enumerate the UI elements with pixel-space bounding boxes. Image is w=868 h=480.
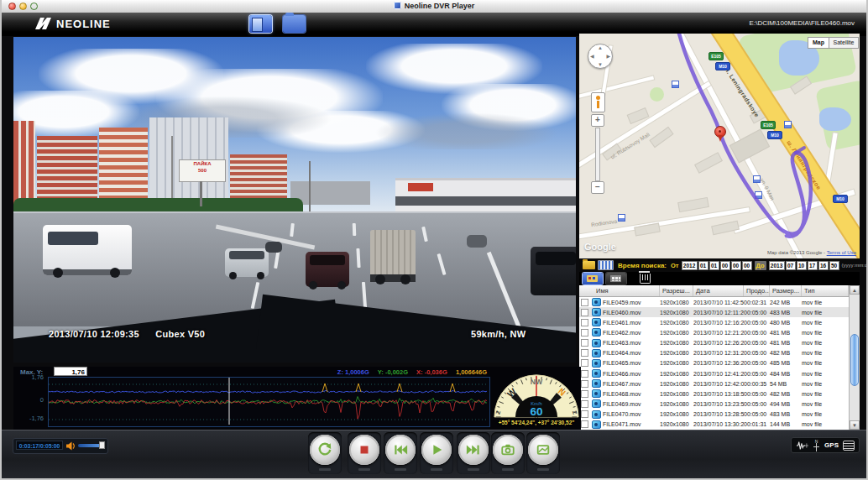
row-checkbox[interactable] <box>581 380 588 388</box>
north-label: N <box>813 439 820 444</box>
file-table-scrollbar[interactable]: ▲ ▼ <box>849 285 860 430</box>
volume-thumb[interactable] <box>99 441 105 449</box>
video-timestamp: 2013/07/10 12:09:35 <box>49 329 139 339</box>
compass-toggle-icon[interactable]: N <box>813 439 820 451</box>
map-marker[interactable] <box>714 126 726 138</box>
pegman-control[interactable] <box>591 92 605 112</box>
search-from-field-4[interactable]: 00 <box>731 261 741 270</box>
video-speed-heading: 59km/h, NW <box>471 329 526 339</box>
zoom-slider[interactable] <box>595 128 600 181</box>
map-type-satellite-button[interactable]: Satellite <box>829 37 859 49</box>
search-from-field-5[interactable]: 00 <box>742 261 752 270</box>
column-header-2[interactable]: Дата <box>693 285 744 296</box>
scroll-down-icon[interactable]: ▼ <box>850 420 860 430</box>
row-checkbox[interactable] <box>581 349 588 357</box>
pan-down-icon[interactable]: ▼ <box>598 62 603 67</box>
search-from-field-3[interactable]: 00 <box>720 261 730 270</box>
pan-right-icon[interactable]: ▶ <box>606 53 610 59</box>
scroll-up-icon[interactable]: ▲ <box>850 285 860 295</box>
scrollbar-thumb[interactable] <box>850 334 859 386</box>
search-to-field-0[interactable]: 2013 <box>769 261 785 270</box>
route-shield-e105: E105 <box>761 121 776 129</box>
gps-toggle[interactable]: GPS <box>824 441 839 449</box>
cell-type: mov file <box>802 350 844 356</box>
cell-type: mov file <box>802 300 844 305</box>
filelist-toggle-icon[interactable] <box>843 441 855 451</box>
search-to-field-1[interactable]: 07 <box>786 261 796 270</box>
pan-up-icon[interactable]: ▲ <box>598 45 603 50</box>
row-checkbox[interactable] <box>581 339 588 347</box>
table-row-FILE0470.mov[interactable]: FILE0470.mov1920x10802013/07/10 13:28:56… <box>579 410 849 420</box>
row-checkbox[interactable] <box>581 400 588 408</box>
volume-panel: 0:03:17/0:05:00 <box>13 438 108 454</box>
column-header-1[interactable]: Разреш... <box>660 285 693 296</box>
zoom-in-button[interactable]: + <box>591 114 604 127</box>
search-to-field-3[interactable]: 17 <box>808 261 818 270</box>
gsensor-toggle-icon[interactable] <box>796 440 808 451</box>
search-to-field-5[interactable]: 50 <box>829 261 839 270</box>
snapshot-button[interactable] <box>493 435 523 465</box>
playback-time: 0:03:17/0:05:00 <box>16 441 63 450</box>
search-to-field-4[interactable]: 16 <box>818 261 829 270</box>
row-checkbox[interactable] <box>581 359 588 367</box>
table-row-FILE0471.mov[interactable]: FILE0471.mov1920x10802013/07/10 13:30:26… <box>579 420 849 430</box>
open-folder-button[interactable] <box>283 15 306 33</box>
table-row-FILE0466.mov[interactable]: FILE0466.mov1920x10802013/07/10 12:41:24… <box>579 368 849 378</box>
cell-name: FILE0459.mov <box>603 300 660 305</box>
max-y-input[interactable]: 1,76 <box>54 367 87 376</box>
billboard-text: 500 <box>198 168 207 173</box>
row-checkbox[interactable] <box>581 299 588 306</box>
next-button[interactable] <box>458 435 489 465</box>
table-row-FILE0459.mov[interactable]: FILE0459.mov1920x10802013/07/10 11:42:50… <box>579 297 849 307</box>
transit-stop-icon <box>672 81 679 88</box>
search-from-field-0[interactable]: 2012 <box>682 261 698 270</box>
folder-icon[interactable] <box>583 261 595 269</box>
export-button[interactable] <box>528 435 558 465</box>
column-header-0[interactable]: Имя <box>579 285 660 296</box>
table-row-FILE0461.mov[interactable]: FILE0461.mov1920x10802013/07/10 12:16:20… <box>579 317 849 327</box>
play-button[interactable] <box>421 435 452 465</box>
zoom-out-button[interactable]: − <box>591 181 604 194</box>
row-checkbox[interactable] <box>581 329 588 337</box>
table-row-FILE0463.mov[interactable]: FILE0463.mov1920x10802013/07/10 12:26:22… <box>579 338 849 348</box>
row-checkbox[interactable] <box>581 370 588 378</box>
table-row-FILE0462.mov[interactable]: FILE0462.mov1920x10802013/07/10 12:21:22… <box>579 327 849 337</box>
row-checkbox[interactable] <box>581 390 588 398</box>
folder-view-button[interactable] <box>583 273 603 284</box>
list-view-button[interactable] <box>606 273 626 284</box>
table-row-FILE0460.mov[interactable]: FILE0460.mov1920x10802013/07/10 12:11:20… <box>579 307 849 317</box>
speaker-icon[interactable] <box>65 441 76 451</box>
cell-date: 2013/07/10 12:21:22 <box>693 330 744 336</box>
table-row-FILE0469.mov[interactable]: FILE0469.mov1920x10802013/07/10 13:23:56… <box>579 399 849 409</box>
gps-map[interactable]: sh. Leningradskoye ш. Ленинградское E105… <box>579 34 860 258</box>
row-checkbox[interactable] <box>581 309 588 316</box>
map-type-map-button[interactable]: Map <box>808 37 829 49</box>
control-bar: 0:03:17/0:05:00 <box>2 430 866 479</box>
terms-link[interactable]: Terms of Use <box>827 250 856 255</box>
column-header-3[interactable]: Продо... <box>744 285 770 296</box>
search-from-field-1[interactable]: 01 <box>698 261 709 270</box>
table-row-FILE0467.mov[interactable]: FILE0467.mov1920x10802013/07/10 12:42:00… <box>579 378 849 389</box>
previous-button[interactable] <box>385 435 416 465</box>
cell-date: 2013/07/10 13:18:54 <box>693 391 744 397</box>
repeat-button[interactable] <box>310 435 340 465</box>
table-row-FILE0465.mov[interactable]: FILE0465.mov1920x10802013/07/10 12:36:24… <box>579 358 849 368</box>
map-pan-control[interactable]: ▲ ▼ ◀ ▶ <box>588 44 613 69</box>
map-building <box>694 152 723 174</box>
stop-button[interactable] <box>349 435 379 465</box>
column-header-4[interactable]: Размер... <box>770 285 802 296</box>
pan-left-icon[interactable]: ◀ <box>590 53 594 59</box>
volume-slider[interactable] <box>78 444 102 447</box>
cell-size: 242 MB <box>770 300 802 305</box>
table-row-FILE0464.mov[interactable]: FILE0464.mov1920x10802013/07/10 12:31:24… <box>579 348 849 358</box>
table-row-FILE0468.mov[interactable]: FILE0468.mov1920x10802013/07/10 13:18:54… <box>579 389 849 399</box>
filmstrip-icon[interactable] <box>598 260 614 270</box>
route-shield-m10: M10 <box>767 131 782 139</box>
search-to-field-2[interactable]: 10 <box>797 261 807 270</box>
row-checkbox[interactable] <box>581 319 588 326</box>
column-header-5[interactable]: Тип <box>802 285 849 296</box>
search-from-field-2[interactable]: 01 <box>709 261 719 270</box>
delete-button[interactable] <box>640 274 651 284</box>
open-file-button[interactable] <box>249 15 272 33</box>
row-checkbox[interactable] <box>581 410 588 418</box>
